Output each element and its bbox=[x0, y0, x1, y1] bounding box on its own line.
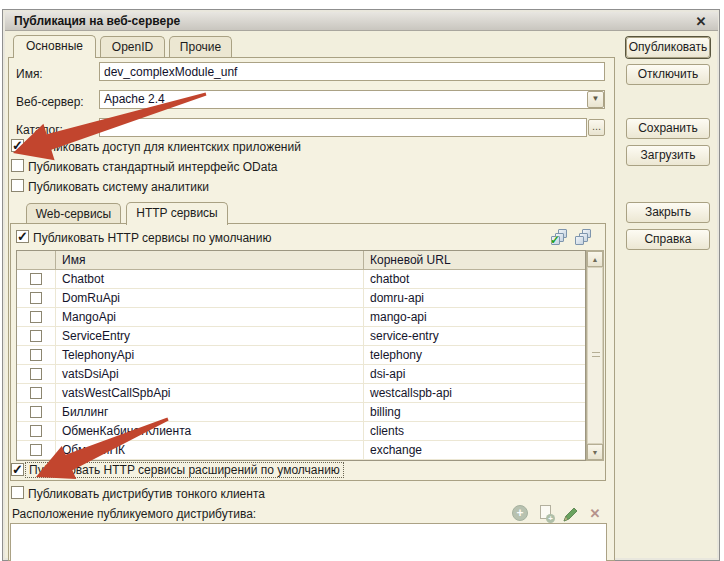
service-url-cell: westcallspb-api bbox=[364, 384, 585, 402]
publish-http-ext-checkbox[interactable] bbox=[11, 463, 24, 476]
service-url-cell: telephony bbox=[364, 346, 585, 364]
client-apps-checkbox-label[interactable]: Публиковать доступ для клиентских прилож… bbox=[28, 140, 301, 154]
service-name-cell: ОбменКабинетКлиента bbox=[56, 422, 364, 440]
table-row[interactable]: TelephonyApi telephony bbox=[17, 346, 585, 365]
edit-pencil-icon[interactable] bbox=[562, 505, 580, 523]
table-row[interactable]: Chatbot chatbot bbox=[17, 270, 585, 289]
service-url-cell: dsi-api bbox=[364, 365, 585, 383]
publish-http-ext-label[interactable]: Публиковать HTTP сервисы расширений по у… bbox=[25, 462, 344, 478]
service-url-cell: clients bbox=[364, 422, 585, 440]
service-name-cell: vatsWestCallSpbApi bbox=[56, 384, 364, 402]
service-url-cell: billing bbox=[364, 403, 585, 421]
row-checkbox[interactable] bbox=[30, 444, 42, 456]
odata-checkbox[interactable] bbox=[11, 159, 24, 172]
client-apps-checkbox[interactable] bbox=[11, 139, 24, 152]
screenshot-root: Публикация на веб-сервере ✕ Основные Ope… bbox=[0, 0, 724, 561]
catalog-label: Каталог: bbox=[16, 123, 63, 137]
close-button[interactable]: Закрыть bbox=[626, 202, 710, 223]
header-url-column: Корневой URL bbox=[364, 251, 585, 269]
header-name-column: Имя bbox=[56, 251, 364, 269]
header-checkbox-column bbox=[17, 251, 56, 269]
webserver-value: Apache 2.4 bbox=[104, 92, 165, 106]
publish-http-default-checkbox[interactable] bbox=[16, 230, 29, 243]
ellipsis-icon: ... bbox=[592, 120, 601, 132]
chevron-down-icon: ▼ bbox=[592, 94, 600, 103]
tab-main-prochie[interactable]: Прочие bbox=[169, 36, 232, 58]
service-name-cell: vatsDsiApi bbox=[56, 365, 364, 383]
scroll-up-icon[interactable]: ▲ bbox=[587, 251, 603, 267]
add-icon[interactable]: + bbox=[512, 505, 530, 523]
scrollbar-thumb[interactable] bbox=[587, 267, 603, 444]
row-checkbox[interactable] bbox=[30, 425, 42, 437]
uncheck-all-icon[interactable] bbox=[575, 229, 593, 247]
help-button[interactable]: Справка bbox=[626, 229, 710, 250]
table-scrollbar[interactable]: ▲ ▼ bbox=[586, 250, 604, 461]
table-header: Имя Корневой URL bbox=[17, 251, 585, 270]
thin-client-checkbox-label[interactable]: Публиковать дистрибутив тонкого клиента bbox=[28, 487, 265, 501]
distribution-location-label: Расположение публикуемого дистрибутива: bbox=[12, 507, 256, 521]
table-row[interactable]: Биллинг billing bbox=[17, 403, 585, 422]
service-name-cell: TelephonyApi bbox=[56, 346, 364, 364]
thin-client-checkbox[interactable] bbox=[11, 486, 24, 499]
table-row[interactable]: DomRuApi domru-api bbox=[17, 289, 585, 308]
odata-checkbox-label[interactable]: Публиковать стандартный интерфейс OData bbox=[28, 160, 277, 174]
table-row[interactable]: MangoApi mango-api bbox=[17, 308, 585, 327]
table-row[interactable]: ОбменКабинетКлиента clients bbox=[17, 422, 585, 441]
close-icon[interactable]: ✕ bbox=[692, 12, 710, 31]
check-all-icon[interactable]: ✓ bbox=[551, 229, 569, 247]
service-name-cell: ServiceEntry bbox=[56, 327, 364, 345]
tab-main-openid[interactable]: OpenID bbox=[100, 36, 165, 58]
tab-http-services[interactable]: HTTP сервисы bbox=[126, 202, 228, 225]
webserver-dropdown-button[interactable]: ▼ bbox=[587, 91, 604, 108]
catalog-input[interactable] bbox=[99, 118, 587, 137]
row-checkbox[interactable] bbox=[30, 406, 42, 418]
service-name-cell: MangoApi bbox=[56, 308, 364, 326]
dialog-titlebar[interactable]: Публикация на веб-сервере ✕ bbox=[5, 12, 718, 31]
row-checkbox[interactable] bbox=[30, 273, 42, 285]
row-checkbox[interactable] bbox=[30, 311, 42, 323]
publish-button[interactable]: Опубликовать bbox=[626, 37, 710, 58]
row-checkbox[interactable] bbox=[30, 387, 42, 399]
distribution-location-listbox[interactable] bbox=[10, 523, 607, 561]
tab-web-services[interactable]: Web-сервисы bbox=[26, 203, 121, 225]
webserver-label: Веб-сервер: bbox=[16, 95, 84, 109]
dialog-title: Публикация на веб-сервере bbox=[5, 14, 180, 28]
http-services-table: Имя Корневой URL Chatbot chatbot DomRuAp… bbox=[16, 250, 586, 461]
delete-x-icon[interactable]: ✕ bbox=[586, 505, 604, 523]
name-label: Имя: bbox=[16, 67, 43, 81]
table-row[interactable]: vatsWestCallSpbApi westcallspb-api bbox=[17, 384, 585, 403]
add-file-icon[interactable]: + bbox=[538, 505, 556, 523]
service-name-cell: Биллинг bbox=[56, 403, 364, 421]
publish-http-default-label[interactable]: Публиковать HTTP сервисы по умолчанию bbox=[33, 231, 271, 245]
webserver-combobox[interactable]: Apache 2.4 bbox=[99, 90, 605, 109]
table-row[interactable]: ОбменМПК exchange bbox=[17, 441, 585, 460]
service-url-cell: chatbot bbox=[364, 270, 585, 288]
table-row[interactable]: ServiceEntry service-entry bbox=[17, 327, 585, 346]
service-url-cell: mango-api bbox=[364, 308, 585, 326]
service-name-cell: DomRuApi bbox=[56, 289, 364, 307]
row-checkbox[interactable] bbox=[30, 292, 42, 304]
analytics-checkbox-label[interactable]: Публиковать систему аналитики bbox=[28, 180, 209, 194]
load-button[interactable]: Загрузить bbox=[626, 145, 710, 166]
service-name-cell: Chatbot bbox=[56, 270, 364, 288]
save-button[interactable]: Сохранить bbox=[626, 118, 710, 139]
scroll-down-icon[interactable]: ▼ bbox=[587, 444, 603, 460]
disable-button[interactable]: Отключить bbox=[626, 64, 710, 85]
row-checkbox[interactable] bbox=[30, 368, 42, 380]
analytics-checkbox[interactable] bbox=[11, 179, 24, 192]
service-name-cell: ОбменМПК bbox=[56, 441, 364, 459]
service-url-cell: exchange bbox=[364, 441, 585, 459]
service-url-cell: domru-api bbox=[364, 289, 585, 307]
row-checkbox[interactable] bbox=[30, 330, 42, 342]
table-row[interactable]: vatsDsiApi dsi-api bbox=[17, 365, 585, 384]
service-url-cell: service-entry bbox=[364, 327, 585, 345]
tab-main-osnovnye[interactable]: Основные bbox=[13, 35, 96, 58]
name-input[interactable] bbox=[99, 62, 605, 81]
row-checkbox[interactable] bbox=[30, 349, 42, 361]
catalog-browse-button[interactable]: ... bbox=[588, 119, 605, 136]
